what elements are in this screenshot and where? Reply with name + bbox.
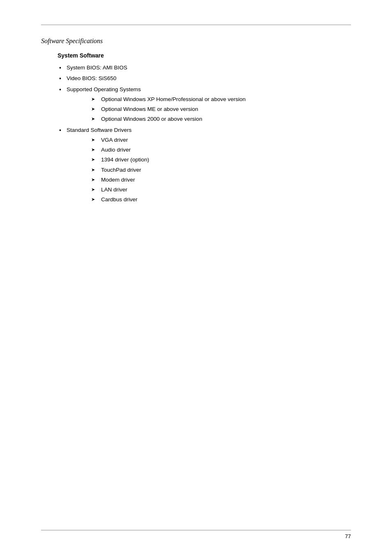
arrow-list-item: Audio driver — [91, 146, 351, 154]
arrow-item-text: LAN driver — [101, 187, 127, 193]
arrow-list-item: Optional Windows ME or above version — [91, 105, 351, 113]
main-bullet-list: System BIOS: AMI BIOS Video BIOS: SiS650… — [58, 64, 351, 204]
list-item: Video BIOS: SiS650 — [58, 74, 351, 83]
arrow-list-item: Cardbus driver — [91, 196, 351, 204]
page-number: 77 — [345, 533, 351, 539]
os-arrow-list: Optional Windows XP Home/Professional or… — [91, 95, 351, 124]
list-item-text: Supported Operating Systems — [67, 86, 141, 92]
arrow-item-text: VGA driver — [101, 137, 128, 143]
arrow-list-item: Optional Windows 2000 or above version — [91, 115, 351, 123]
arrow-item-text: Optional Windows 2000 or above version — [101, 116, 202, 122]
arrow-item-text: Audio driver — [101, 147, 131, 153]
arrow-item-text: Optional Windows XP Home/Professional or… — [101, 96, 246, 102]
arrow-list-item: Optional Windows XP Home/Professional or… — [91, 95, 351, 104]
page: Software Specifications System Software … — [0, 0, 392, 555]
arrow-list-item: LAN driver — [91, 186, 351, 194]
arrow-list-item: Modem driver — [91, 176, 351, 184]
arrow-list-item: VGA driver — [91, 136, 351, 144]
list-item-drivers: Standard Software Drivers VGA driver Aud… — [58, 126, 351, 204]
arrow-item-text: 1394 driver (option) — [101, 157, 149, 163]
list-item: System BIOS: AMI BIOS — [58, 64, 351, 72]
arrow-list-item: TouchPad driver — [91, 166, 351, 174]
list-item-text: Standard Software Drivers — [67, 127, 131, 133]
arrow-item-text: Modem driver — [101, 177, 135, 183]
list-item-text: System BIOS: AMI BIOS — [67, 64, 127, 71]
top-rule — [41, 25, 351, 25]
section-title: Software Specifications — [41, 37, 351, 45]
arrow-list-item: 1394 driver (option) — [91, 156, 351, 164]
arrow-item-text: Optional Windows ME or above version — [101, 106, 198, 112]
arrow-item-text: TouchPad driver — [101, 167, 141, 173]
drivers-arrow-list: VGA driver Audio driver 1394 driver (opt… — [91, 136, 351, 204]
arrow-item-text: Cardbus driver — [101, 196, 138, 203]
subsection-title: System Software — [58, 52, 351, 59]
bottom-rule — [41, 530, 351, 530]
list-item-text: Video BIOS: SiS650 — [67, 75, 116, 81]
list-item-supported-os: Supported Operating Systems Optional Win… — [58, 85, 351, 124]
